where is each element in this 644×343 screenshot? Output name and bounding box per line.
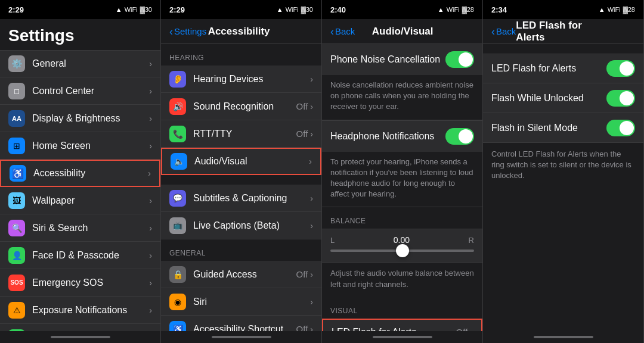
balance-left: L: [330, 236, 335, 245]
status-time-2: 2:29: [169, 5, 185, 14]
settings-item-siri[interactable]: 🔍 Siri & Search ›: [0, 214, 160, 242]
live-captions-icon: 📺: [169, 217, 186, 234]
settings-item-accessibility[interactable]: ♿ Accessibility ›: [0, 160, 160, 187]
settings-panel: 2:29 ▲ WiFi ▓30 Settings ⚙️ General › ◻ …: [0, 0, 161, 343]
settings-item-general[interactable]: ⚙️ General ›: [0, 50, 160, 77]
settings-item-display[interactable]: AA Display & Brightness ›: [0, 105, 160, 132]
hearing-header: HEARING: [161, 44, 321, 66]
settings-title-bar: Settings: [0, 19, 160, 50]
wifi-icon-2: WiFi: [286, 6, 299, 13]
audio-visual-nav: ‹ Back Audio/Visual: [322, 19, 482, 44]
rtt-value: Off: [296, 129, 308, 139]
back-button-4[interactable]: ‹ Back: [491, 26, 516, 37]
home-bar-4: [483, 331, 643, 343]
home-screen-icon: ⊞: [8, 138, 25, 154]
battery-icon: ▓30: [140, 6, 152, 13]
balance-value: 0.00: [394, 235, 410, 245]
led-flash-value: Off: [456, 327, 468, 331]
led-main-toggle[interactable]: [606, 60, 635, 77]
status-time-4: 2:34: [491, 5, 507, 14]
battery-icon-3: ▓28: [462, 6, 474, 13]
siri-item[interactable]: ◉ Siri ›: [161, 288, 321, 316]
audio-visual-content: Phone Noise Cancellation Noise cancellat…: [322, 44, 482, 331]
settings-item-wallpaper[interactable]: 🖼 Wallpaper ›: [0, 187, 160, 214]
a11y-shortcut-icon: ♿: [169, 321, 186, 332]
back-label-3: Back: [335, 26, 355, 36]
status-icons-2: ▲ WiFi ▓30: [277, 6, 313, 13]
settings-title: Settings: [8, 26, 74, 45]
headphone-notif-toggle[interactable]: [445, 128, 474, 145]
balance-track[interactable]: [330, 250, 474, 252]
settings-list: ⚙️ General › ◻ Control Center › AA Displ…: [0, 50, 160, 331]
phone-noise-desc: Noise cancellation reduces ambient noise…: [322, 75, 482, 120]
phone-noise-label: Phone Noise Cancellation: [330, 54, 445, 65]
phone-noise-toggle[interactable]: [445, 51, 474, 68]
settings-item-home-screen[interactable]: ⊞ Home Screen ›: [0, 132, 160, 160]
faceid-icon: 👤: [8, 247, 25, 264]
headphone-notif-item: Headphone Notifications: [322, 120, 482, 152]
settings-item-faceid[interactable]: 👤 Face ID & Passcode ›: [0, 242, 160, 269]
live-captions-label: Live Captions (Beta): [193, 220, 310, 231]
sos-label: Emergency SOS: [32, 277, 149, 288]
balance-thumb[interactable]: [396, 244, 409, 257]
wifi-icon: WiFi: [125, 6, 138, 13]
home-bar-3: [322, 331, 482, 343]
status-bar-1: 2:29 ▲ WiFi ▓30: [0, 0, 160, 19]
status-icons-4: ▲ WiFi ▓28: [599, 6, 635, 13]
flash-silent-item: Flash in Silent Mode: [483, 113, 643, 143]
visual-header: VISUAL: [322, 297, 482, 319]
status-icons-3: ▲ WiFi ▓28: [438, 6, 474, 13]
signal-icon-3: ▲: [438, 6, 444, 13]
group-spacer-1: [161, 175, 321, 185]
settings-item-exposure[interactable]: ⚠ Exposure Notifications ›: [0, 297, 160, 324]
hearing-devices-item[interactable]: 👂 Hearing Devices ›: [161, 66, 321, 93]
exposure-label: Exposure Notifications: [32, 305, 149, 316]
settings-item-battery[interactable]: 🔋 Battery ›: [0, 324, 160, 331]
subtitles-label: Subtitles & Captioning: [193, 193, 310, 204]
live-captions-item[interactable]: 📺 Live Captions (Beta) ›: [161, 212, 321, 239]
guided-access-item[interactable]: 🔒 Guided Access Off ›: [161, 261, 321, 288]
back-button-3[interactable]: ‹ Back: [330, 26, 355, 37]
home-bar-1: [0, 331, 160, 343]
a11y-shortcut-item[interactable]: ♿ Accessibility Shortcut Off ›: [161, 316, 321, 331]
hearing-devices-label: Hearing Devices: [193, 74, 310, 85]
siri-label: Siri & Search: [32, 223, 149, 233]
sound-recognition-label: Sound Recognition: [193, 101, 296, 112]
led-flash-item[interactable]: LED Flash for Alerts Off ›: [322, 319, 482, 331]
flash-unlocked-toggle[interactable]: [606, 90, 635, 107]
settings-item-sos[interactable]: SOS Emergency SOS ›: [0, 269, 160, 297]
faceid-label: Face ID & Passcode: [32, 250, 149, 261]
subtitles-item[interactable]: 💬 Subtitles & Captioning ›: [161, 185, 321, 212]
guided-access-icon: 🔒: [169, 266, 186, 283]
led-main-label: LED Flash for Alerts: [491, 63, 606, 74]
battery-icon-item: 🔋: [8, 329, 25, 332]
wallpaper-icon: 🖼: [8, 192, 25, 209]
back-label-4: Back: [496, 26, 516, 36]
status-icons-1: ▲ WiFi ▓30: [116, 6, 152, 13]
status-bar-4: 2:34 ▲ WiFi ▓28: [483, 0, 643, 19]
balance-slider-row: L 0.00 R: [322, 229, 482, 263]
settings-item-control-center[interactable]: ◻ Control Center ›: [0, 77, 160, 105]
sound-recognition-item[interactable]: 🔊 Sound Recognition Off ›: [161, 93, 321, 120]
a11y-shortcut-value: Off: [296, 324, 308, 331]
headphone-notif-desc: To protect your hearing, iPhone sends a …: [322, 152, 482, 208]
balance-labels: L 0.00 R: [330, 235, 474, 245]
siri-item-label: Siri: [193, 297, 310, 307]
audio-visual-item[interactable]: 🔈 Audio/Visual ›: [161, 148, 321, 175]
audio-visual-title: Audio/Visual: [372, 26, 434, 38]
sound-recognition-icon: 🔊: [169, 98, 186, 115]
phone-noise-item: Phone Noise Cancellation: [322, 44, 482, 75]
flash-silent-toggle[interactable]: [606, 120, 635, 136]
back-arrow-3: ‹: [330, 26, 334, 37]
sos-icon: SOS: [8, 275, 25, 291]
rtt-item[interactable]: 📞 RTT/TTY Off ›: [161, 120, 321, 148]
guided-access-label: Guided Access: [193, 269, 296, 280]
accessibility-icon: ♿: [10, 165, 26, 182]
back-arrow-4: ‹: [491, 26, 495, 37]
general-chevron: ›: [149, 59, 152, 68]
back-button-2[interactable]: ‹ Settings: [169, 26, 206, 37]
audio-visual-label: Audio/Visual: [194, 156, 309, 167]
display-label: Display & Brightness: [32, 113, 149, 124]
exposure-icon: ⚠: [8, 302, 25, 319]
back-label-2: Settings: [174, 26, 206, 36]
